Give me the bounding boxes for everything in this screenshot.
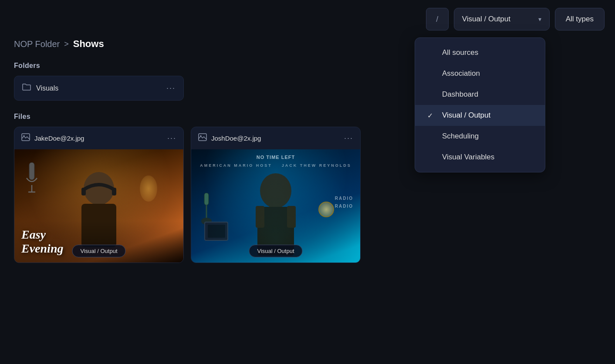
file-name-josh: JoshDoe@2x.jpg: [211, 135, 340, 142]
folder-item-visuals[interactable]: Visuals ···: [14, 76, 184, 101]
breadcrumb-current: Shows: [73, 38, 104, 50]
folder-more-button[interactable]: ···: [166, 84, 176, 93]
dropdown-item-scheduling[interactable]: Scheduling: [415, 126, 545, 147]
file-tag-josh: Visual / Output: [249, 245, 302, 257]
dropdown-item-label: Association: [442, 69, 480, 78]
check-icon: ✓: [427, 111, 436, 120]
breadcrumb-separator: >: [64, 40, 69, 49]
file-card-josh[interactable]: JoshDoe@2x.jpg ··· NO TIME LEFT AMERICAN…: [191, 127, 361, 263]
header-bar: / Visual / Output ▾ All types All source…: [0, 0, 615, 38]
folder-name: Visuals: [36, 84, 161, 92]
dropdown-item-label: Dashboard: [442, 90, 478, 99]
svg-rect-8: [112, 188, 116, 195]
slash-label: /: [436, 15, 438, 24]
svg-rect-2: [29, 162, 34, 180]
microphone-svg: [26, 162, 38, 197]
all-types-button[interactable]: All types: [555, 8, 605, 30]
file-image-icon: [21, 133, 30, 143]
file-more-button-jake[interactable]: ···: [167, 134, 176, 143]
svg-rect-7: [81, 188, 86, 195]
dropdown-item-label: Scheduling: [442, 132, 479, 141]
light-bulb-glow: [140, 175, 157, 202]
dropdown-item-label: Visual / Output: [442, 111, 490, 120]
folder-icon: [22, 83, 31, 93]
slash-button[interactable]: /: [426, 8, 449, 30]
file-thumbnail-jake: EasyEvening Visual / Output: [14, 149, 183, 263]
dropdown-item-all-sources[interactable]: All sources: [415, 42, 545, 63]
dropdown-item-label: All sources: [442, 48, 478, 57]
dropdown-item-visual-variables[interactable]: Visual Variables: [415, 147, 545, 168]
chevron-down-icon: ▾: [538, 16, 541, 23]
source-dropdown-menu: All sources Association Dashboard ✓ Visu…: [415, 37, 545, 172]
breadcrumb-parent[interactable]: NOP Folder: [14, 39, 60, 49]
file-card-jake[interactable]: JakeDoe@2x.jpg ···: [14, 127, 184, 263]
file-card-header-josh: JoshDoe@2x.jpg ···: [191, 127, 360, 149]
file-name-jake: JakeDoe@2x.jpg: [34, 135, 163, 142]
all-types-label: All types: [566, 15, 594, 24]
source-selected-label: Visual / Output: [462, 15, 510, 24]
file-thumbnail-josh: NO TIME LEFT AMERICAN MARIO HOST JACK TH…: [191, 149, 360, 263]
dropdown-item-visual-output[interactable]: ✓ Visual / Output: [415, 105, 545, 126]
file-tag-jake: Visual / Output: [72, 245, 125, 257]
dropdown-item-association[interactable]: Association: [415, 63, 545, 84]
file-image-icon-2: [198, 133, 207, 143]
file-more-button-josh[interactable]: ···: [344, 134, 353, 143]
file-card-header-jake: JakeDoe@2x.jpg ···: [14, 127, 183, 149]
dropdown-item-label: Visual Variables: [442, 153, 494, 162]
dropdown-item-dashboard[interactable]: Dashboard: [415, 84, 545, 105]
source-dropdown[interactable]: Visual / Output ▾: [454, 8, 550, 30]
